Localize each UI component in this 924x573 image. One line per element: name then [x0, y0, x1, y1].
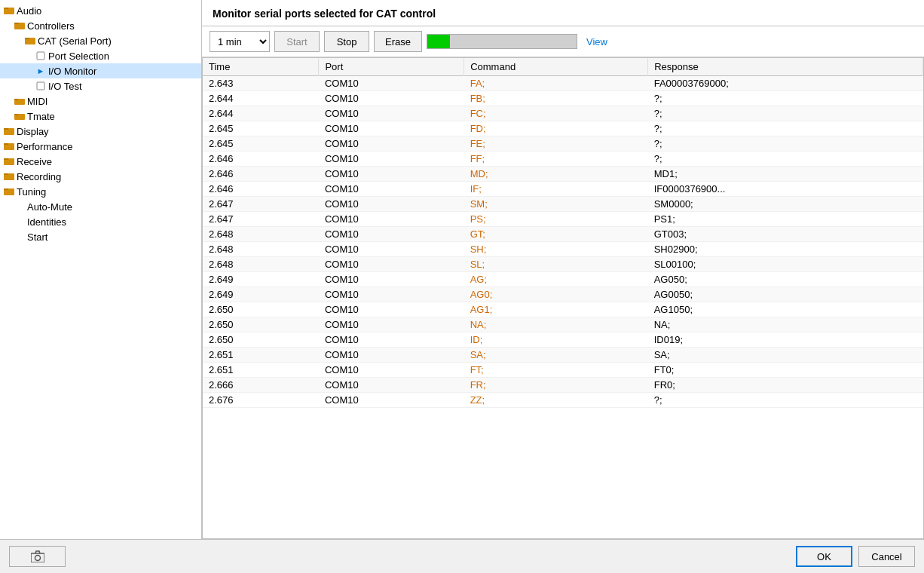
cell-command: SL; — [464, 257, 648, 272]
sidebar-item-display[interactable]: Display — [0, 124, 201, 139]
cell-command: FE; — [464, 136, 648, 152]
sidebar-item-port-selection[interactable]: Port Selection — [0, 48, 201, 63]
cell-command: FC; — [464, 106, 648, 121]
cell-time: 2.650 — [203, 317, 319, 332]
sidebar-item-cat-serial-port[interactable]: CAT (Serial Port) — [0, 33, 201, 48]
sidebar-item-recording[interactable]: Recording — [0, 169, 201, 184]
sidebar-item-audio[interactable]: Audio — [0, 3, 201, 18]
table-row: 2.647COM10SM;SM0000; — [203, 197, 923, 212]
col-time: Time — [203, 58, 319, 76]
sidebar-item-label: Start — [27, 231, 47, 243]
cell-command: GT; — [464, 227, 648, 242]
cell-response: PS1; — [648, 212, 923, 227]
cell-port: COM10 — [319, 287, 464, 302]
cell-time: 2.648 — [203, 227, 319, 242]
cell-port: COM10 — [319, 182, 464, 197]
svg-rect-7 — [37, 82, 44, 90]
cell-command: SM; — [464, 197, 648, 212]
table-row: 2.649COM10AG;AG050; — [203, 272, 923, 287]
table-row: 2.644COM10FB;?; — [203, 91, 923, 106]
cell-command: ID; — [464, 332, 648, 348]
svg-point-23 — [35, 556, 40, 561]
cell-time: 2.649 — [203, 287, 319, 302]
progress-bar-container — [427, 34, 577, 49]
sidebar-item-io-test[interactable]: I/O Test — [0, 78, 201, 93]
cell-port: COM10 — [319, 272, 464, 287]
cell-response: NA; — [648, 317, 923, 332]
sidebar-item-label: Tmate — [27, 111, 55, 122]
sidebar-item-label: CAT (Serial Port) — [38, 35, 112, 47]
progress-bar-fill — [427, 35, 450, 48]
camera-icon — [31, 550, 44, 562]
sidebar-item-auto-mute[interactable]: Auto-Mute — [0, 199, 201, 214]
stop-button[interactable]: Stop — [324, 31, 369, 52]
cell-port: COM10 — [319, 152, 464, 167]
cell-command: FD; — [464, 121, 648, 136]
folder-open-icon — [3, 170, 15, 182]
cell-command: FF; — [464, 152, 648, 167]
svg-rect-5 — [25, 38, 29, 39]
cell-port: COM10 — [319, 242, 464, 257]
cell-time: 2.643 — [203, 76, 319, 91]
sidebar-item-label: I/O Monitor — [48, 66, 96, 77]
erase-button[interactable]: Erase — [374, 31, 422, 52]
table-row: 2.644COM10FC;?; — [203, 106, 923, 121]
cell-response: SM0000; — [648, 197, 923, 212]
cell-time: 2.651 — [203, 363, 319, 378]
sidebar-item-start[interactable]: Start — [0, 229, 201, 244]
sidebar-item-midi[interactable]: MIDI — [0, 93, 201, 109]
folder-open-icon — [3, 185, 15, 198]
table-body: 2.643COM10FA;FA00003769000;2.644COM10FB;… — [203, 76, 923, 408]
folder-open-icon — [3, 5, 15, 17]
blank-icon — [14, 231, 26, 243]
folder-closed-icon — [14, 110, 26, 122]
cell-response: AG050; — [648, 272, 923, 287]
panel-title: Monitor serial ports selected for CAT co… — [202, 0, 924, 26]
cell-response: SL00100; — [648, 257, 923, 272]
folder-open-icon — [3, 140, 15, 152]
table-row: 2.645COM10FE;?; — [203, 136, 923, 152]
svg-rect-3 — [14, 23, 19, 24]
sidebar-item-label: Recording — [17, 171, 61, 182]
table-header-row: Time Port Command Response — [203, 58, 923, 76]
cell-command: AG; — [464, 272, 648, 287]
cell-port: COM10 — [319, 91, 464, 106]
sidebar-item-io-monitor[interactable]: ►I/O Monitor — [0, 63, 201, 78]
cell-time: 2.648 — [203, 257, 319, 272]
svg-rect-15 — [4, 143, 8, 145]
checkbox-icon — [35, 50, 47, 62]
sidebar-item-label: Identities — [27, 216, 66, 228]
sidebar-item-label: I/O Test — [48, 81, 82, 92]
cell-command: ZZ; — [464, 393, 648, 408]
sidebar-item-tuning[interactable]: Tuning — [0, 184, 201, 199]
svg-rect-11 — [14, 114, 18, 115]
table-row: 2.649COM10AG0;AG0050; — [203, 287, 923, 302]
start-button[interactable]: Start — [274, 31, 320, 52]
cell-command: NA; — [464, 317, 648, 332]
cell-command: FT; — [464, 363, 648, 378]
cell-time: 2.646 — [203, 182, 319, 197]
ok-button[interactable]: OK — [796, 546, 852, 567]
cancel-button[interactable]: Cancel — [858, 546, 915, 567]
sidebar-item-identities[interactable]: Identities — [0, 214, 201, 229]
cell-port: COM10 — [319, 317, 464, 332]
sidebar-item-tmate[interactable]: Tmate — [0, 109, 201, 124]
duration-select[interactable]: 30 sec1 min2 min5 min — [210, 31, 270, 52]
folder-open-icon — [14, 20, 26, 32]
folder-open-icon — [3, 155, 15, 167]
camera-button[interactable] — [9, 546, 66, 567]
cell-time: 2.646 — [203, 152, 319, 167]
table-row: 2.648COM10GT;GT003; — [203, 227, 923, 242]
cell-response: SH02900; — [648, 242, 923, 257]
sidebar-item-label: MIDI — [27, 96, 47, 107]
cell-response: ID019; — [648, 332, 923, 348]
sidebar-item-receive[interactable]: Receive — [0, 154, 201, 169]
cell-port: COM10 — [319, 212, 464, 227]
sidebar-item-controllers[interactable]: Controllers — [0, 18, 201, 33]
cell-time: 2.676 — [203, 393, 319, 408]
arrow-right-icon: ► — [35, 65, 47, 77]
view-link[interactable]: View — [586, 36, 607, 47]
toolbar: 30 sec1 min2 min5 min Start Stop Erase V… — [202, 26, 924, 57]
sidebar-item-performance[interactable]: Performance — [0, 139, 201, 154]
cell-response: GT003; — [648, 227, 923, 242]
